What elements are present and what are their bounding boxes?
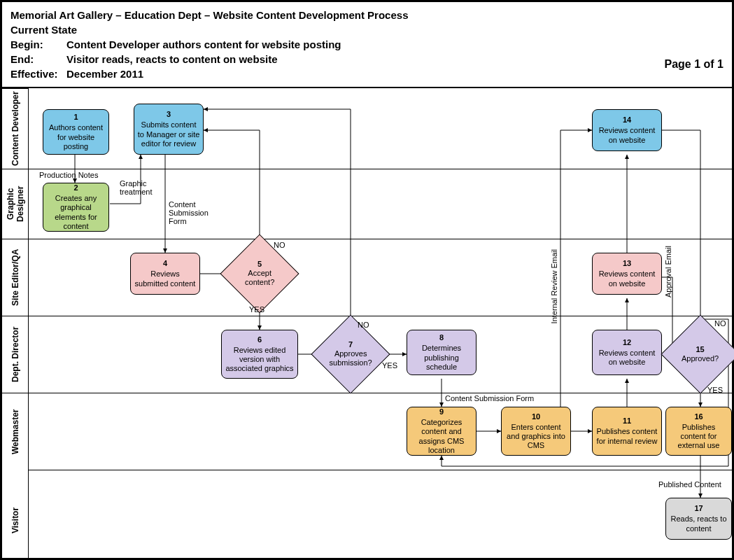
label-approval-email: Approval Email <box>664 246 672 298</box>
box-14: 14Reviews content on website <box>592 109 662 151</box>
label-yes-5: YES <box>249 305 264 314</box>
box-1: 1Authors content for website posting <box>43 109 109 155</box>
lane-site-editor: Site Editor/QA <box>2 239 28 316</box>
box-11: 11Publishes content for internal review <box>592 407 662 456</box>
swimlanes: Content Developer Graphic Designer Site … <box>2 88 732 560</box>
diagram-canvas: 1Authors content for website posting 3Su… <box>29 88 732 560</box>
begin-label: Begin: <box>10 37 66 52</box>
effective-label: Effective: <box>10 66 66 81</box>
box-10: 10Enters content and graphics into CMS <box>501 407 571 456</box>
box-16: 16Publishes content for external use <box>665 407 732 456</box>
lane-webmaster: Webmaster <box>2 393 28 470</box>
label-yes-7: YES <box>382 361 397 370</box>
box-13: 13Reviews content on website <box>592 253 662 295</box>
lane-content-developer: Content Developer <box>2 88 28 169</box>
effective-value: December 2011 <box>66 66 143 81</box>
label-no-15: NO <box>714 319 726 328</box>
box-9: 9Categorizes content and assigns CMS loc… <box>407 407 477 456</box>
state: Current State <box>10 22 724 37</box>
box-17: 17Reads, reacts to content <box>665 498 732 540</box>
box-12: 12Reviews content on website <box>592 330 662 375</box>
label-csf: Content Submission Form <box>169 200 218 225</box>
box-3: 3Submits content to Manager or site edit… <box>134 104 204 155</box>
decision-5: 5Accept content? <box>220 234 299 313</box>
lane-labels: Content Developer Graphic Designer Site … <box>2 88 29 560</box>
lane-graphic-designer: Graphic Designer <box>2 169 28 239</box>
lane-dept-director: Dept. Director <box>2 316 28 393</box>
page-number: Page 1 of 1 <box>665 57 724 72</box>
box-4: 4Reviews submitted content <box>130 253 200 295</box>
label-ire: Internal Review Email <box>550 249 558 323</box>
label-published-content: Published Content <box>658 480 721 489</box>
begin-value: Content Developer authors content for we… <box>66 37 341 52</box>
box-2: 2Creates any graphical elements for cont… <box>43 183 109 232</box>
label-yes-15: YES <box>707 386 723 394</box>
label-csf2: Content Submission Form <box>445 394 534 402</box>
end-label: End: <box>10 52 66 66</box>
decision-7: 7Approves submission? <box>311 314 390 393</box>
header: Memorial Art Gallery – Education Dept – … <box>2 2 732 88</box>
label-production-notes: Production Notes <box>39 171 98 179</box>
page: Memorial Art Gallery – Education Dept – … <box>0 0 734 560</box>
box-8: 8Determines publishing schedule <box>407 330 477 375</box>
box-6: 6Reviews edited version with associated … <box>221 330 298 379</box>
label-no-7: NO <box>358 321 369 329</box>
end-value: Visitor reads, reacts to content on webs… <box>66 52 277 66</box>
lane-visitor: Visitor <box>2 470 28 560</box>
connectors <box>29 88 734 560</box>
title: Memorial Art Gallery – Education Dept – … <box>10 8 724 22</box>
label-no-5: NO <box>274 241 285 249</box>
label-graphic-treatment: Graphic treatment <box>120 179 158 196</box>
